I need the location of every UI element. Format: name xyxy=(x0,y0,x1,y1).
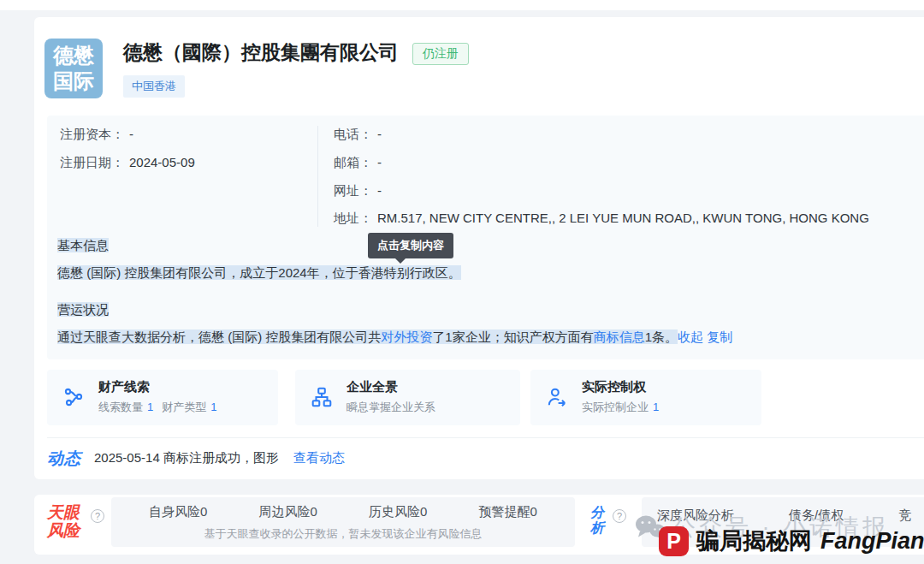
actual-controller-icon xyxy=(546,386,568,408)
field-website: 网址：- xyxy=(334,183,382,199)
sub-label: 实际控制企业 xyxy=(582,401,649,413)
operation-seg2: 了1家企业；知识产权方面有 xyxy=(432,329,593,344)
field-email: 邮箱：- xyxy=(334,155,382,171)
tianyan-risk-logo: 天眼 风险 xyxy=(47,503,80,539)
sub-label: 线索数量 xyxy=(98,401,143,413)
operation-seg3: 1条。 xyxy=(645,329,678,344)
field-registered-date: 注册日期：2024-05-09 xyxy=(60,155,195,171)
basic-info-title: 基本信息 xyxy=(57,238,109,254)
view-dynamic-link[interactable]: 查看动态 xyxy=(293,450,345,466)
operation-text: 通过天眼查大数据分析，德懋 (国际) 控股集团有限公司共对外投资了1家企业；知识… xyxy=(57,329,732,346)
risk-note: 基于天眼查收录的公开数据，暂未发现该企业有风险信息 xyxy=(111,526,575,542)
analysis-logo: 分 析 xyxy=(590,505,604,536)
company-logo-line1: 德懋 xyxy=(53,43,94,68)
sub-label: 瞬息掌握企业关系 xyxy=(346,401,435,413)
field-label: 注册资本： xyxy=(60,127,124,141)
field-label: 网址： xyxy=(334,183,372,198)
sub-value: 1 xyxy=(210,401,216,413)
risk-tabs: 自身风险0 周边风险0 历史风险0 预警提醒0 xyxy=(111,504,575,520)
card-subtitle: 线索数量1财产类型1 xyxy=(98,400,225,415)
divider xyxy=(47,437,924,438)
risk-help-icon[interactable]: ? xyxy=(91,509,104,523)
field-registered-capital: 注册资本：- xyxy=(60,127,133,143)
field-label: 邮箱： xyxy=(334,155,372,169)
card-title: 实际控制权 xyxy=(582,379,646,395)
field-value: - xyxy=(129,127,133,141)
tab-competition-clipped[interactable]: 竞 xyxy=(898,508,911,524)
risk-count: 0 xyxy=(530,504,537,519)
region-tag: 中国香港 xyxy=(123,75,185,98)
outbound-investment-link[interactable]: 对外投资 xyxy=(381,329,432,344)
field-value: RM.517, NEW CITY CENTRE,, 2 LEI YUE MUN … xyxy=(377,211,869,225)
basic-info-text[interactable]: 德懋 (国际) 控股集团有限公司，成立于2024年，位于香港特别行政区。 xyxy=(57,265,461,282)
brand-site-cn: 骗局揭秘网 xyxy=(696,525,812,556)
property-clue-card[interactable]: 财产线索 线索数量1财产类型1 xyxy=(47,370,278,425)
brand-site-en: FangPian.net xyxy=(820,528,924,555)
field-address: 地址：RM.517, NEW CITY CENTRE,, 2 LEI YUE M… xyxy=(334,211,869,227)
field-value: 2024-05-09 xyxy=(129,155,195,169)
actual-control-card[interactable]: 实际控制权 实际控制企业1 xyxy=(530,370,761,425)
operation-title: 营运状况 xyxy=(57,302,109,318)
dynamic-text: 2025-05-14 商标注册成功，图形 xyxy=(94,450,279,466)
tab-self-risk[interactable]: 自身风险0 xyxy=(149,504,207,520)
brand-watermark: P 骗局揭秘网 FangPian.net xyxy=(659,525,924,556)
sub-value: 1 xyxy=(653,401,659,413)
fangpian-logo-icon: P xyxy=(659,526,689,556)
tab-surrounding-risk[interactable]: 周边风险0 xyxy=(259,504,317,520)
trademark-info-link[interactable]: 商标信息 xyxy=(594,329,645,344)
dynamic-logo: 动态 xyxy=(47,448,81,470)
company-logo: 德懋 国际 xyxy=(44,39,103,98)
company-logo-line2: 国际 xyxy=(53,68,94,94)
copy-link[interactable]: 复制 xyxy=(707,329,732,344)
field-phone: 电话：- xyxy=(334,127,382,143)
operation-seg1: 通过天眼查大数据分析，德懋 (国际) 控股集团有限公司共 xyxy=(57,329,381,344)
company-card: 德懋 国际 德懋（國際）控股集團有限公司 仍注册 中国香港 注册资本：- 注册日… xyxy=(34,17,924,479)
field-label: 注册日期： xyxy=(60,155,124,169)
company-name: 德懋（國際）控股集團有限公司 xyxy=(123,39,399,66)
sub-value: 1 xyxy=(147,401,153,413)
field-label: 地址： xyxy=(334,211,372,225)
clue-icon xyxy=(62,386,85,408)
top-strip xyxy=(0,0,924,10)
card-subtitle: 瞬息掌握企业关系 xyxy=(346,400,435,415)
collapse-link[interactable]: 收起 xyxy=(678,329,703,344)
analysis-help-icon[interactable]: ? xyxy=(613,509,626,523)
column-divider xyxy=(317,126,318,227)
card-title: 企业全景 xyxy=(346,379,398,395)
risk-count: 0 xyxy=(311,504,317,519)
tab-warning-reminder[interactable]: 预警提醒0 xyxy=(479,504,537,520)
sub-label: 财产类型 xyxy=(162,401,206,413)
field-value: - xyxy=(377,183,382,198)
field-label: 电话： xyxy=(334,127,372,141)
tab-history-risk[interactable]: 历史风险0 xyxy=(369,504,427,520)
info-panel: 注册资本：- 注册日期：2024-05-09 电话：- 邮箱：- 网址：- 地址… xyxy=(47,116,924,359)
card-subtitle: 实际控制企业1 xyxy=(582,400,667,415)
card-title: 财产线索 xyxy=(98,379,150,395)
status-badge: 仍注册 xyxy=(412,43,469,65)
copy-tooltip: 点击复制内容 xyxy=(368,233,453,258)
company-panorama-card[interactable]: 企业全景 瞬息掌握企业关系 xyxy=(295,370,520,425)
risk-summary-panel: 自身风险0 周边风险0 历史风险0 预警提醒0 基于天眼查收录的公开数据，暂未发… xyxy=(111,497,575,547)
field-value: - xyxy=(377,127,382,141)
risk-count: 0 xyxy=(420,504,427,519)
risk-count: 0 xyxy=(200,504,207,519)
field-value: - xyxy=(377,155,382,169)
org-chart-icon xyxy=(311,386,333,408)
